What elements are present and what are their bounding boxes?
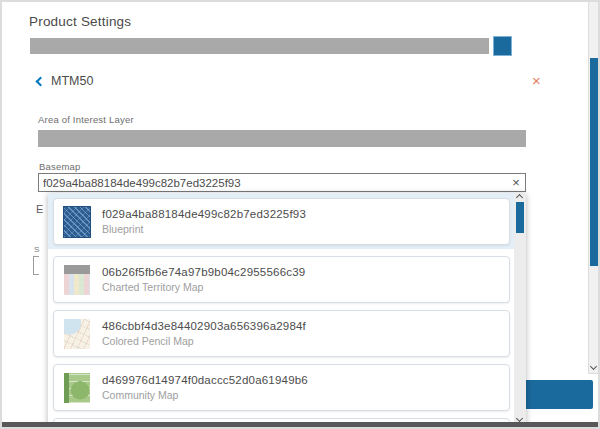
back-nav-label: MTM50	[51, 74, 93, 88]
blueprint-map-thumbnail	[64, 207, 90, 237]
page-title: Product Settings	[29, 14, 131, 29]
basemap-dropdown-list: f029a4ba88184de499c82b7ed3225f93 Bluepri…	[48, 193, 526, 429]
remove-product-icon[interactable]: ×	[532, 73, 541, 88]
scroll-down-icon[interactable]	[590, 363, 597, 370]
redacted-header-bar	[30, 38, 489, 54]
colored-pencil-map-thumbnail	[64, 319, 90, 349]
back-nav[interactable]: MTM50	[37, 73, 93, 89]
area-of-interest-label: Area of Interest Layer	[38, 114, 134, 125]
community-map-thumbnail	[64, 373, 90, 403]
obscured-checkbox[interactable]	[33, 256, 39, 275]
basemap-label: Basemap	[39, 161, 81, 172]
basemap-option-id: f029a4ba88184de499c82b7ed3225f93	[102, 208, 306, 220]
basemap-option-id: 486cbbf4d3e84402903a656396a2984f	[102, 320, 306, 332]
header-accent-square	[494, 37, 511, 55]
dropdown-scrollbar-thumb[interactable]	[516, 202, 524, 233]
bottom-edge-strip	[2, 422, 600, 429]
basemap-option-name: Community Map	[102, 389, 308, 401]
basemap-option[interactable]: d469976d14974f0daccc52d0a61949b6 Communi…	[53, 364, 510, 411]
basemap-option-id: d469976d14974f0daccc52d0a61949b6	[102, 374, 308, 386]
basemap-option[interactable]: 486cbbf4d3e84402903a656396a2984f Colored…	[53, 310, 510, 357]
page-scrollbar-thumb[interactable]	[590, 58, 598, 266]
dropdown-scrollbar[interactable]	[514, 193, 526, 424]
basemap-combobox[interactable]: ×	[38, 173, 526, 192]
clear-input-icon[interactable]: ×	[507, 176, 525, 189]
product-settings-dialog: Product Settings MTM50 × Area of Interes…	[0, 0, 600, 429]
primary-action-button[interactable]	[523, 380, 593, 409]
basemap-option-name: Blueprint	[102, 223, 306, 235]
dropdown-scroll-up-icon[interactable]	[516, 194, 523, 201]
basemap-option-name: Colored Pencil Map	[102, 335, 306, 347]
page-scrollbar[interactable]	[588, 2, 598, 374]
basemap-option[interactable]: 06b26f5fb6e74a97b9b04c2955566c39 Charted…	[53, 256, 510, 303]
chevron-left-icon	[36, 76, 46, 86]
charted-territory-map-thumbnail	[64, 265, 90, 295]
basemap-option-name: Charted Territory Map	[102, 281, 305, 293]
basemap-input[interactable]	[39, 177, 507, 189]
area-of-interest-input-redacted[interactable]	[38, 130, 526, 147]
obscured-label-fragment-2: S	[34, 245, 46, 254]
basemap-option-id: 06b26f5fb6e74a97b9b04c2955566c39	[102, 266, 305, 278]
basemap-option[interactable]: f029a4ba88184de499c82b7ed3225f93 Bluepri…	[53, 198, 510, 245]
dropdown-scroll-down-icon[interactable]	[516, 415, 523, 422]
obscured-label-fragment-1: E	[36, 203, 47, 215]
